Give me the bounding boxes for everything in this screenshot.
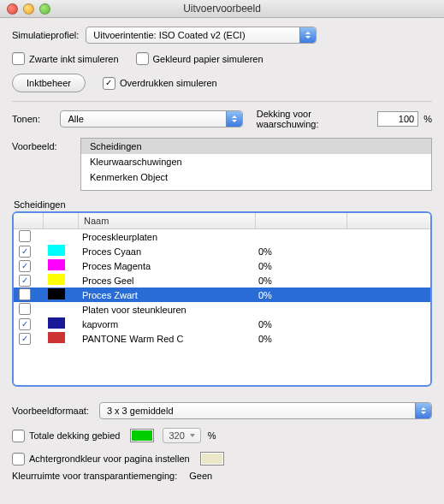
row-name: PANTONE Warm Red C xyxy=(77,334,253,344)
window-titlebar: Uitvoervoorbeeld xyxy=(0,0,444,18)
color-swatch xyxy=(48,332,65,343)
transparency-space-value: Geen xyxy=(189,471,212,481)
col-percent xyxy=(256,213,347,228)
row-checkbox[interactable] xyxy=(19,246,31,258)
color-swatch xyxy=(48,245,65,256)
preview-list-item[interactable]: Kenmerken Object xyxy=(81,169,431,185)
preview-list-item[interactable]: Scheidingen xyxy=(81,139,431,154)
simulation-profile-value: Uitvoerintentie: ISO Coated v2 (ECI) xyxy=(93,30,299,40)
table-row[interactable]: kapvorm0% xyxy=(14,317,430,331)
preview-format-dropdown[interactable]: 3 x 3 gemiddeld xyxy=(99,402,432,419)
simulate-paper-label: Gekleurd papier simuleren xyxy=(153,54,263,64)
table-row[interactable]: PANTONE Warm Red C0% xyxy=(14,331,430,346)
preview-list-item[interactable]: Kleurwaarschuwingen xyxy=(81,154,431,169)
checkbox-icon xyxy=(136,52,149,65)
total-area-label: Totale dekking gebied xyxy=(29,430,120,441)
show-label: Tonen: xyxy=(12,114,53,124)
checkbox-icon xyxy=(103,77,115,90)
simulate-black-ink-label: Zwarte inkt simuleren xyxy=(29,54,119,64)
preview-list-label: Voorbeeld: xyxy=(12,138,74,151)
color-swatch xyxy=(48,317,65,329)
checkbox-icon xyxy=(12,453,25,465)
chevron-down-icon xyxy=(190,434,195,437)
coverage-warn-label: Dekking voor waarschuwing: xyxy=(257,109,373,129)
row-checkbox[interactable] xyxy=(19,318,31,330)
col-name[interactable]: Naam xyxy=(79,213,256,228)
page-bg-color-well[interactable] xyxy=(200,452,224,465)
row-percent: 0% xyxy=(253,290,344,300)
checkbox-icon xyxy=(12,430,25,442)
table-row[interactable]: Proces Geel0% xyxy=(14,273,430,288)
separations-table: Naam ProceskleurplatenProces Cyaan0%Proc… xyxy=(12,211,432,387)
simulate-overprint-checkbox[interactable]: Overdrukken simuleren xyxy=(103,77,217,90)
row-checkbox[interactable] xyxy=(19,260,31,272)
row-percent: 0% xyxy=(253,334,344,344)
transparency-space-label: Kleurruimte voor transparantiemenging: xyxy=(12,471,177,481)
checkbox-icon xyxy=(12,52,25,65)
row-checkbox[interactable] xyxy=(19,303,31,315)
row-checkbox[interactable] xyxy=(19,275,31,287)
separations-group-label: Scheidingen xyxy=(14,199,432,210)
row-name: Proces Geel xyxy=(77,276,253,286)
row-name: Proceskleurplaten xyxy=(77,232,253,242)
row-name: Platen voor steunkleuren xyxy=(77,305,253,315)
preview-listbox[interactable]: ScheidingenKleurwaarschuwingenKenmerken … xyxy=(80,138,432,191)
row-checkbox[interactable] xyxy=(19,230,31,242)
table-row[interactable]: Proces Zwart0% xyxy=(14,288,430,302)
show-value: Alle xyxy=(68,114,225,124)
total-area-value-stepper[interactable]: 320 xyxy=(163,428,200,443)
row-percent: 0% xyxy=(253,319,344,329)
chevron-updown-icon xyxy=(415,403,431,418)
coverage-warn-input[interactable] xyxy=(377,111,418,127)
ink-manager-button[interactable]: Inktbeheer xyxy=(12,74,86,92)
row-checkbox[interactable] xyxy=(19,333,31,345)
chevron-updown-icon xyxy=(299,27,316,43)
table-row[interactable]: Proces Cyaan0% xyxy=(14,244,430,258)
row-name: kapvorm xyxy=(77,319,253,329)
simulate-black-ink-checkbox[interactable]: Zwarte inkt simuleren xyxy=(12,52,119,65)
color-swatch xyxy=(48,274,65,285)
row-percent: 0% xyxy=(253,246,344,257)
total-area-checkbox[interactable]: Totale dekking gebied xyxy=(12,430,120,442)
simulate-overprint-label: Overdrukken simuleren xyxy=(120,78,217,88)
chevron-updown-icon xyxy=(226,111,242,127)
table-header: Naam xyxy=(14,213,430,229)
total-area-value: 320 xyxy=(169,430,184,441)
color-swatch xyxy=(48,288,65,299)
table-row[interactable]: Proces Magenta0% xyxy=(14,258,430,273)
ink-manager-label: Inktbeheer xyxy=(27,78,71,88)
total-area-unit: % xyxy=(208,430,216,441)
row-percent: 0% xyxy=(253,276,344,286)
row-percent: 0% xyxy=(253,261,344,271)
page-bg-label: Achtergrondkleur voor pagina instellen xyxy=(29,454,190,464)
row-name: Proces Magenta xyxy=(77,261,253,271)
total-area-color-well[interactable] xyxy=(130,429,154,442)
simulation-profile-label: Simulatieprofiel: xyxy=(12,30,79,40)
col-checkbox[interactable] xyxy=(14,213,44,228)
row-name: Proces Zwart xyxy=(77,290,253,300)
row-checkbox[interactable] xyxy=(19,288,31,300)
window-title: Uitvoervoorbeeld xyxy=(0,3,444,15)
preview-format-label: Voorbeeldformaat: xyxy=(12,406,89,416)
show-dropdown[interactable]: Alle xyxy=(60,110,242,127)
preview-format-value: 3 x 3 gemiddeld xyxy=(107,406,415,416)
coverage-warn-unit: % xyxy=(423,114,432,124)
table-row[interactable]: Platen voor steunkleuren xyxy=(14,302,430,317)
table-row[interactable]: Proceskleurplaten xyxy=(14,229,430,244)
simulate-paper-checkbox[interactable]: Gekleurd papier simuleren xyxy=(136,52,263,65)
simulation-profile-dropdown[interactable]: Uitvoerintentie: ISO Coated v2 (ECI) xyxy=(86,27,317,44)
page-bg-checkbox[interactable]: Achtergrondkleur voor pagina instellen xyxy=(12,453,190,465)
row-name: Proces Cyaan xyxy=(77,246,253,257)
color-swatch xyxy=(48,259,65,270)
col-swatch xyxy=(44,213,79,228)
